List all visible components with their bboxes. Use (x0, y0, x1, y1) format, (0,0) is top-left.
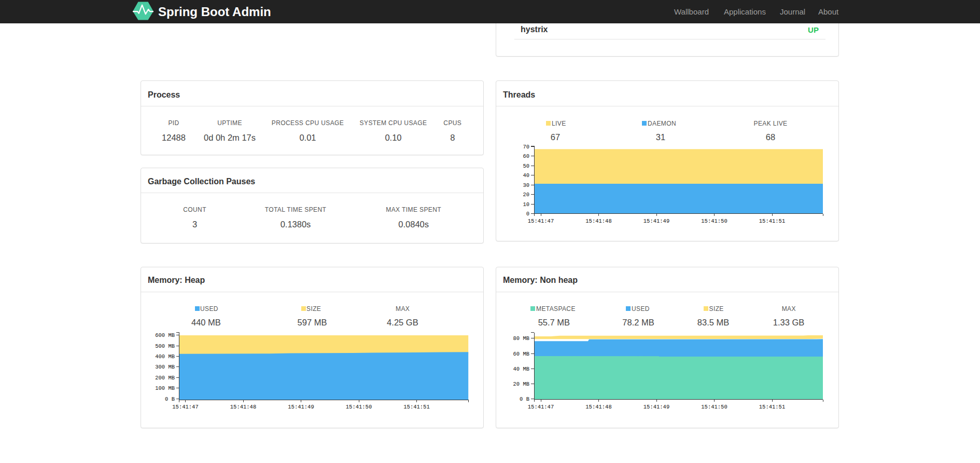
svg-text:200 MB: 200 MB (155, 375, 175, 381)
svg-text:300 MB: 300 MB (155, 364, 175, 370)
svg-text:15:41:50: 15:41:50 (701, 218, 727, 224)
svg-text:0 B: 0 B (165, 396, 175, 402)
svg-text:15:41:48: 15:41:48 (585, 404, 611, 410)
svg-text:30: 30 (523, 182, 529, 188)
svg-text:15:41:51: 15:41:51 (403, 404, 429, 410)
svg-text:15:41:47: 15:41:47 (172, 404, 198, 410)
svg-text:60: 60 (523, 153, 529, 159)
svg-text:15:41:48: 15:41:48 (230, 404, 256, 410)
svg-text:0: 0 (526, 211, 529, 217)
svg-text:20 MB: 20 MB (513, 381, 529, 387)
svg-text:50: 50 (523, 163, 529, 169)
svg-text:40 MB: 40 MB (513, 366, 529, 372)
svg-text:15:41:47: 15:41:47 (528, 404, 554, 410)
svg-text:15:41:47: 15:41:47 (528, 218, 554, 224)
svg-text:400 MB: 400 MB (155, 353, 175, 360)
svg-text:15:41:51: 15:41:51 (759, 404, 785, 410)
svg-text:15:41:49: 15:41:49 (643, 218, 669, 224)
svg-text:80 MB: 80 MB (513, 335, 529, 342)
svg-text:15:41:49: 15:41:49 (643, 404, 669, 410)
svg-text:100 MB: 100 MB (155, 385, 175, 391)
svg-text:20: 20 (523, 192, 529, 198)
svg-text:15:41:51: 15:41:51 (759, 218, 785, 224)
svg-text:15:41:48: 15:41:48 (585, 218, 611, 224)
svg-text:15:41:50: 15:41:50 (346, 404, 372, 410)
svg-text:500 MB: 500 MB (155, 343, 175, 349)
svg-text:0 B: 0 B (520, 396, 529, 402)
svg-text:70: 70 (523, 144, 529, 150)
svg-text:60 MB: 60 MB (513, 351, 529, 357)
svg-text:15:41:49: 15:41:49 (288, 404, 314, 410)
svg-text:600 MB: 600 MB (155, 332, 175, 338)
svg-text:40: 40 (523, 172, 529, 179)
svg-text:10: 10 (523, 201, 529, 208)
svg-text:15:41:50: 15:41:50 (701, 404, 727, 410)
